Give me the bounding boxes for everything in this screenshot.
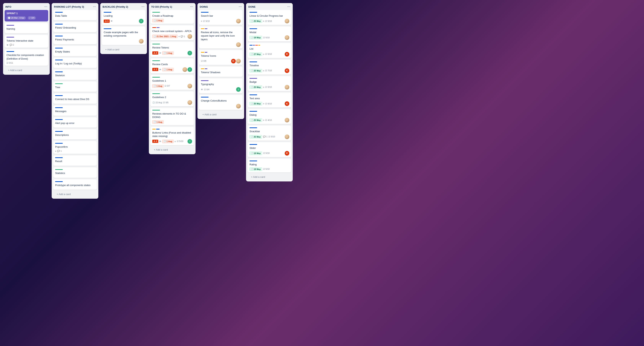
card[interactable]: Slider🕐 18 May☑ 5/10IC <box>248 142 291 157</box>
card-title: Empty States <box>55 50 95 53</box>
card[interactable]: Tokens/ Shadows <box>199 67 242 77</box>
column-body: Create a Roadmap🕐 1 AugCheck new contras… <box>149 10 196 154</box>
date-badge: 🕐 18 May <box>250 36 262 39</box>
card[interactable]: Tree <box>53 81 97 92</box>
card[interactable]: Connect to Ines about Dive DS <box>53 93 97 104</box>
comment-count: 💬 1 <box>180 35 185 38</box>
card[interactable]: Modal🕐 18 May☑ 5/10 <box>248 27 291 41</box>
card[interactable]: Review all icons, remove the square laye… <box>199 27 242 49</box>
column-menu-button[interactable]: ··· <box>142 5 145 9</box>
date-badge: 🕐 1 Aug <box>162 68 174 71</box>
card[interactable]: Skeleton <box>53 70 97 80</box>
card-bar <box>152 77 160 78</box>
card-meta: 🕐 1 Aug <box>152 120 192 124</box>
card[interactable]: Result <box>53 155 97 166</box>
avatar <box>236 59 241 63</box>
card-title: Buttons/ Links (Focus and disabled state… <box>152 131 192 138</box>
card[interactable]: Prototype all components states <box>53 179 97 190</box>
card-meta <box>201 42 241 47</box>
card-title: Skeleton <box>55 74 95 77</box>
desc-icon: ≡ <box>263 20 264 22</box>
column-menu-button[interactable]: ··· <box>287 5 290 9</box>
card[interactable]: Statistics <box>53 167 97 178</box>
comment-count: 💬 1 <box>263 135 268 138</box>
add-card-button[interactable]: + Add a card <box>200 111 241 117</box>
card-title: List <box>250 47 289 51</box>
avatar: I <box>188 67 192 72</box>
card-bar <box>250 78 257 79</box>
column-header: TO DO (Priority 1)··· <box>149 3 196 10</box>
column-menu-button[interactable]: ··· <box>44 5 48 9</box>
add-card-button[interactable]: + Add a card <box>103 47 144 53</box>
checklist-badge: ☑ 5/10 <box>177 140 183 142</box>
card[interactable]: Alert pop up error <box>53 117 97 128</box>
card[interactable]: Guidelines 2🕐 22 Aug☑ 0/5 <box>150 91 194 106</box>
card-bar <box>152 12 160 13</box>
card-bar <box>6 51 14 52</box>
card-bar <box>201 97 208 98</box>
sprint-task-badge: ✓ 0/4 <box>28 16 36 20</box>
desc-icon: ≡ <box>263 119 264 121</box>
card[interactable]: Data Table <box>53 10 97 20</box>
card[interactable]: Linear & Circular Progress bar🕐 25 May≡☑… <box>248 10 291 25</box>
checklist-badge: ☑ 4/10 <box>265 119 272 121</box>
card-bar <box>250 62 257 62</box>
card-title: Dialog <box>250 113 289 117</box>
card[interactable]: Text area🕐 25 May≡☑ 6/10IC <box>248 93 291 107</box>
add-card-button[interactable]: + Add a card <box>6 67 47 73</box>
column-doing: DOING···Search bar≡☑ 5/10Review all icon… <box>198 3 244 119</box>
card-title: Modal <box>250 31 289 34</box>
add-card-button[interactable]: + Add a card <box>249 174 290 180</box>
card[interactable]: Review Cards⚠ 1👁🕐 1 AugI <box>150 58 194 73</box>
checklist-badge: ☑ 5/10 <box>263 152 270 154</box>
card[interactable]: Create example pages with the existing c… <box>102 27 146 45</box>
card-meta: 👁💬 2 <box>6 44 46 46</box>
date-badge: 🕐 25 May <box>250 102 262 105</box>
card[interactable]: Dialog🕐 25 May≡☑ 4/10 <box>248 109 291 124</box>
card[interactable]: Checklist for components creation (Defin… <box>4 49 48 66</box>
card[interactable]: Typography👁☑ 0/4I <box>199 78 242 93</box>
card[interactable]: Empty States <box>53 46 97 56</box>
card[interactable]: Review Tokens⚠ 3👁🕐 1 AugI <box>150 42 194 57</box>
card[interactable]: Flows/ Onboarding <box>53 22 97 32</box>
card[interactable]: Reviews elements in TO DO & DOING🕐 1 Aug <box>150 108 194 125</box>
card[interactable]: Timeline🕐 25 May≡☑ 7/10IC <box>248 60 291 75</box>
add-card-button[interactable]: + Add a card <box>55 191 95 197</box>
card-bar <box>104 12 111 13</box>
card-bar <box>55 131 63 132</box>
card[interactable]: Loading⚠ 1👁I <box>102 10 146 25</box>
card[interactable]: Change Colors/Buttons <box>199 95 242 110</box>
card[interactable]: Check new contrast system - APCA🕐 21 Dec… <box>150 25 194 40</box>
card[interactable]: Tokens/ Interactive state👁💬 2 <box>4 35 48 48</box>
checklist-badge: ☑ 5/10 <box>263 36 270 39</box>
card[interactable]: Create a Roadmap🕐 1 Aug <box>150 10 194 24</box>
alert-badge: ⚠ 2 <box>152 140 158 143</box>
eye-icon: 👁 <box>159 52 161 54</box>
column-menu-button[interactable]: ··· <box>190 5 193 9</box>
card[interactable]: List🕐 27 May≡☑ 5/10IC <box>248 43 291 58</box>
card[interactable]: Flows/ Payments <box>53 34 97 44</box>
card-title: Change Colors/Buttons <box>201 99 241 102</box>
card[interactable]: Descriptions <box>53 129 97 139</box>
card[interactable]: Log in / Log out (Tooltip) <box>53 58 97 68</box>
card[interactable]: Buttons/ Links (Focus and disabled state… <box>150 127 194 145</box>
card[interactable]: Messages <box>53 105 97 116</box>
card[interactable]: Rating🕐 18 May☑ 5/10 <box>248 159 291 172</box>
column-menu-button[interactable]: ··· <box>93 5 96 9</box>
card[interactable]: Search bar≡☑ 5/10 <box>199 10 242 25</box>
add-card-button[interactable]: + Add a card <box>152 147 192 153</box>
card-title: Guidelines 2 <box>152 96 192 99</box>
column-title: DOING <box>200 5 208 8</box>
column-menu-button[interactable]: ··· <box>239 5 242 9</box>
card[interactable]: Snackbar🕐 25 May💬 1☑ 5/10 <box>248 125 291 140</box>
card-meta: 🕐 18 May☑ 5/10 <box>250 35 289 40</box>
card[interactable]: Popconfirm≡💬 1 <box>53 141 97 154</box>
sprint-card[interactable]: SPRINT 1 🕐 28 Mar - 8 Apr ✓ 0/4 <box>4 10 48 22</box>
card[interactable]: Badge🕐 25 May≡☑ 5/10 <box>248 76 291 91</box>
card-meta: 🕐 21 Dec 2021 - 1 Aug≡💬 1 <box>152 34 192 39</box>
card-bar <box>250 12 257 13</box>
card[interactable]: Guidelines 1🕐 1 Aug☑ 0/7 <box>150 75 194 90</box>
card[interactable]: Tokens/ Icons☑ 0/8IC <box>199 50 242 65</box>
card[interactable]: Naming <box>4 23 48 33</box>
avatar <box>285 118 289 122</box>
